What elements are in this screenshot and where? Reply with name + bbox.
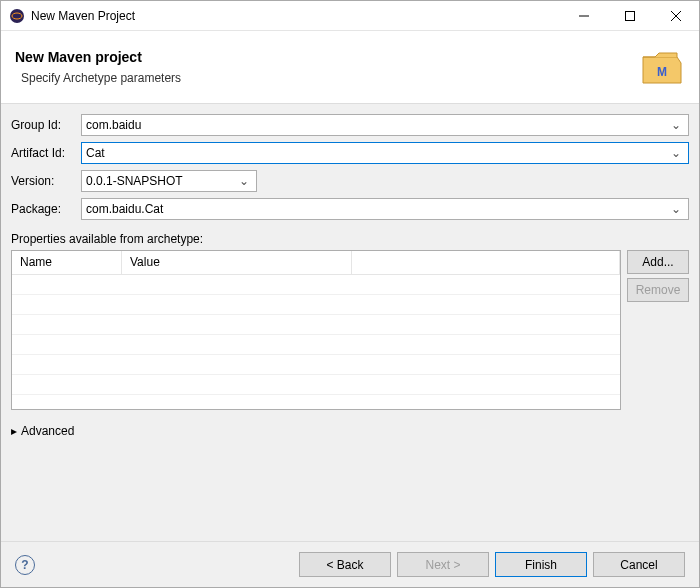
group-id-input[interactable] <box>86 118 668 132</box>
column-name[interactable]: Name <box>12 251 122 274</box>
titlebar: New Maven Project <box>1 1 699 31</box>
package-label: Package: <box>11 202 81 216</box>
advanced-toggle[interactable]: ▸ Advanced <box>11 424 689 438</box>
artifact-id-label: Artifact Id: <box>11 146 81 160</box>
artifact-id-combo[interactable]: ⌄ <box>81 142 689 164</box>
finish-button[interactable]: Finish <box>495 552 587 577</box>
column-value[interactable]: Value <box>122 251 352 274</box>
page-subtitle: Specify Archetype parameters <box>21 71 637 85</box>
group-id-combo[interactable]: ⌄ <box>81 114 689 136</box>
cancel-button[interactable]: Cancel <box>593 552 685 577</box>
maven-icon: M <box>637 43 685 91</box>
table-row <box>12 275 620 295</box>
close-button[interactable] <box>653 1 699 30</box>
version-label: Version: <box>11 174 81 188</box>
page-title: New Maven project <box>15 49 637 65</box>
maximize-button[interactable] <box>607 1 653 30</box>
group-id-label: Group Id: <box>11 118 81 132</box>
svg-rect-3 <box>626 11 635 20</box>
properties-label: Properties available from archetype: <box>11 232 689 246</box>
chevron-down-icon[interactable]: ⌄ <box>668 146 684 160</box>
table-row <box>12 315 620 335</box>
svg-text:M: M <box>657 65 667 79</box>
expand-arrow-icon: ▸ <box>11 424 17 438</box>
footer: ? < Back Next > Finish Cancel <box>1 541 699 587</box>
help-icon[interactable]: ? <box>15 555 35 575</box>
chevron-down-icon[interactable]: ⌄ <box>668 118 684 132</box>
next-button: Next > <box>397 552 489 577</box>
advanced-label: Advanced <box>21 424 74 438</box>
eclipse-icon <box>9 8 25 24</box>
table-row <box>12 355 620 375</box>
remove-button: Remove <box>627 278 689 302</box>
package-input[interactable] <box>86 202 668 216</box>
chevron-down-icon[interactable]: ⌄ <box>236 174 252 188</box>
chevron-down-icon[interactable]: ⌄ <box>668 202 684 216</box>
package-combo[interactable]: ⌄ <box>81 198 689 220</box>
artifact-id-input[interactable] <box>86 146 668 160</box>
properties-table[interactable]: Name Value <box>11 250 621 410</box>
minimize-button[interactable] <box>561 1 607 30</box>
column-blank <box>352 251 620 274</box>
table-row <box>12 335 620 355</box>
add-button[interactable]: Add... <box>627 250 689 274</box>
version-input[interactable] <box>86 174 236 188</box>
back-button[interactable]: < Back <box>299 552 391 577</box>
version-combo[interactable]: ⌄ <box>81 170 257 192</box>
table-row <box>12 375 620 395</box>
wizard-header: New Maven project Specify Archetype para… <box>1 31 699 104</box>
content-area: Group Id: ⌄ Artifact Id: ⌄ Version: ⌄ Pa… <box>1 104 699 541</box>
table-row <box>12 295 620 315</box>
titlebar-text: New Maven Project <box>31 9 561 23</box>
